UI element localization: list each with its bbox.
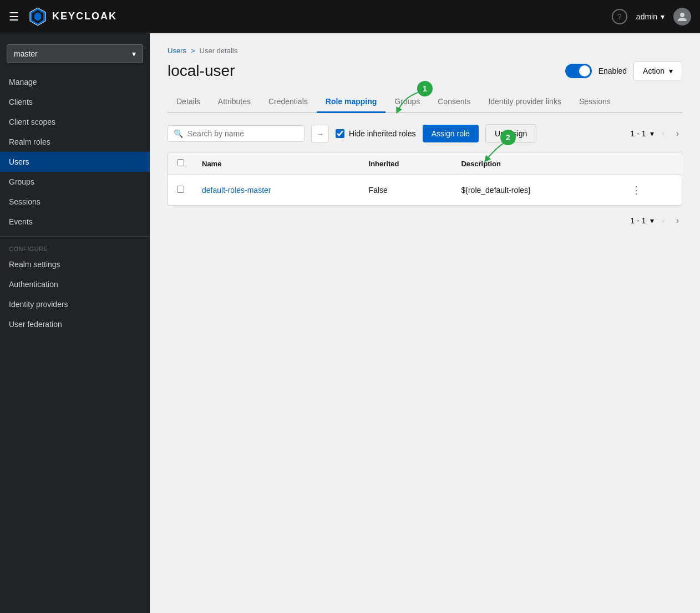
hide-inherited-label[interactable]: Hide inherited roles bbox=[336, 129, 416, 138]
bottom-prev-page-button[interactable]: ‹ bbox=[658, 214, 668, 227]
help-button[interactable]: ? bbox=[612, 9, 627, 24]
bottom-pagination: 1 - 1 ▾ ‹ › bbox=[168, 206, 682, 236]
action-label: Action bbox=[643, 67, 665, 75]
sidebar-item-authentication[interactable]: Authentication bbox=[0, 274, 150, 294]
page-title: local-user bbox=[168, 62, 235, 80]
sidebar-divider bbox=[0, 236, 150, 237]
sidebar-item-client-scopes[interactable]: Client scopes bbox=[0, 112, 150, 132]
sidebar-item-groups[interactable]: Groups bbox=[0, 172, 150, 192]
sidebar-item-identity-providers-label: Identity providers bbox=[9, 300, 68, 309]
topnav-right: ? admin ▾ bbox=[612, 8, 691, 25]
assign-role-button[interactable]: Assign role bbox=[423, 125, 479, 142]
header-right: Enabled Action ▾ bbox=[565, 62, 682, 80]
breadcrumb-separator: > bbox=[191, 47, 195, 55]
roles-table-wrapper: Name Inherited Description defa bbox=[168, 152, 682, 206]
table-header-row: Name Inherited Description bbox=[168, 152, 682, 175]
inherited-column-header: Inherited bbox=[360, 152, 453, 175]
logo-text: KEYCLOAK bbox=[52, 11, 117, 22]
sidebar-item-sessions[interactable]: Sessions bbox=[0, 192, 150, 212]
sidebar-item-realm-roles[interactable]: Realm roles bbox=[0, 132, 150, 152]
layout: master ▾ Manage Clients Client scopes Re… bbox=[0, 33, 700, 613]
sidebar-item-identity-providers[interactable]: Identity providers bbox=[0, 294, 150, 314]
select-all-checkbox[interactable] bbox=[177, 159, 184, 166]
sidebar-item-sessions-label: Sessions bbox=[9, 197, 40, 206]
prev-page-button[interactable]: ‹ bbox=[658, 127, 668, 140]
actions-column-header bbox=[620, 152, 682, 175]
search-input[interactable] bbox=[187, 129, 298, 138]
hamburger-menu[interactable]: ☰ bbox=[9, 10, 19, 23]
row-more-button[interactable]: ⋮ bbox=[629, 182, 643, 198]
svg-point-3 bbox=[680, 13, 684, 17]
action-button[interactable]: Action ▾ bbox=[633, 62, 682, 80]
toggle-slider bbox=[565, 64, 592, 78]
role-description-cell: ${role_default-roles} bbox=[452, 175, 620, 206]
role-inherited-cell: False bbox=[360, 175, 453, 206]
table-head: Name Inherited Description bbox=[168, 152, 682, 175]
main-content: 1 2 bbox=[150, 33, 700, 613]
sidebar-item-manage[interactable]: Manage bbox=[0, 72, 150, 92]
hide-inherited-text: Hide inherited roles bbox=[349, 129, 416, 138]
sidebar-item-events[interactable]: Events bbox=[0, 212, 150, 232]
sidebar-item-events-label: Events bbox=[9, 217, 33, 226]
tab-consents[interactable]: Consents bbox=[429, 91, 479, 113]
avatar-icon bbox=[677, 11, 688, 22]
unassign-button[interactable]: Unassign bbox=[485, 124, 536, 143]
sidebar-item-users-label: Users bbox=[9, 157, 29, 166]
breadcrumb-users[interactable]: Users bbox=[168, 47, 186, 55]
tab-credentials[interactable]: Credentials bbox=[260, 91, 317, 113]
avatar[interactable] bbox=[673, 8, 691, 25]
row-checkbox[interactable] bbox=[177, 186, 184, 193]
sidebar-item-realm-settings-label: Realm settings bbox=[9, 260, 60, 269]
next-page-button[interactable]: › bbox=[673, 127, 682, 140]
search-box: 🔍 bbox=[168, 125, 305, 142]
realm-dropdown-icon: ▾ bbox=[132, 49, 136, 58]
pagination-dropdown-icon[interactable]: ▾ bbox=[650, 129, 654, 138]
enabled-toggle[interactable] bbox=[565, 64, 592, 78]
realm-selector[interactable]: master ▾ bbox=[7, 44, 143, 63]
tab-sessions[interactable]: Sessions bbox=[570, 91, 620, 113]
enabled-label: Enabled bbox=[598, 67, 627, 75]
username-label: admin bbox=[636, 12, 657, 21]
sidebar-item-clients-label: Clients bbox=[9, 98, 33, 106]
bottom-next-page-button[interactable]: › bbox=[673, 214, 682, 227]
tab-role-mapping[interactable]: Role mapping bbox=[317, 91, 386, 113]
tab-identity-provider-links[interactable]: Identity provider links bbox=[479, 91, 570, 113]
sidebar-item-manage-label: Manage bbox=[9, 78, 37, 86]
sidebar-item-clients[interactable]: Clients bbox=[0, 92, 150, 112]
role-name-cell: default-roles-master bbox=[193, 175, 360, 206]
search-icon: 🔍 bbox=[174, 129, 183, 138]
name-column-header: Name bbox=[193, 152, 360, 175]
tabs: Details Attributes Credentials Role mapp… bbox=[168, 91, 682, 113]
tab-details[interactable]: Details bbox=[168, 91, 209, 113]
toolbar: 🔍 → Hide inherited roles Assign role Una… bbox=[168, 124, 682, 143]
keycloak-logo-icon bbox=[28, 7, 48, 27]
topnav: ☰ KEYCLOAK ? admin ▾ bbox=[0, 0, 700, 33]
breadcrumb: Users > User details bbox=[168, 47, 682, 55]
sidebar-item-users[interactable]: Users bbox=[0, 152, 150, 172]
pagination-info: 1 - 1 ▾ ‹ › bbox=[630, 127, 682, 140]
sidebar-item-user-federation-label: User federation bbox=[9, 320, 62, 329]
sidebar: master ▾ Manage Clients Client scopes Re… bbox=[0, 33, 150, 613]
select-all-column bbox=[168, 152, 193, 175]
page-header: local-user Enabled Action ▾ bbox=[168, 62, 682, 80]
user-dropdown-arrow: ▾ bbox=[661, 12, 665, 21]
row-checkbox-cell bbox=[168, 175, 193, 206]
sidebar-item-groups-label: Groups bbox=[9, 177, 34, 186]
logo: KEYCLOAK bbox=[28, 7, 117, 27]
table-row: default-roles-master False ${role_defaul… bbox=[168, 175, 682, 206]
search-submit-button[interactable]: → bbox=[311, 125, 329, 142]
role-name-link[interactable]: default-roles-master bbox=[202, 186, 271, 195]
roles-table: Name Inherited Description defa bbox=[168, 152, 682, 205]
user-dropdown[interactable]: admin ▾ bbox=[636, 12, 665, 21]
hide-inherited-checkbox[interactable] bbox=[336, 129, 344, 138]
description-column-header: Description bbox=[452, 152, 620, 175]
sidebar-item-realm-settings[interactable]: Realm settings bbox=[0, 254, 150, 274]
bottom-pagination-dropdown-icon[interactable]: ▾ bbox=[650, 216, 654, 225]
tab-groups[interactable]: Groups bbox=[385, 91, 429, 113]
main-content-wrap: 1 2 bbox=[168, 47, 682, 236]
table-body: default-roles-master False ${role_defaul… bbox=[168, 175, 682, 206]
sidebar-item-client-scopes-label: Client scopes bbox=[9, 118, 55, 126]
sidebar-item-user-federation[interactable]: User federation bbox=[0, 314, 150, 334]
tab-attributes[interactable]: Attributes bbox=[209, 91, 260, 113]
breadcrumb-current: User details bbox=[200, 47, 238, 55]
